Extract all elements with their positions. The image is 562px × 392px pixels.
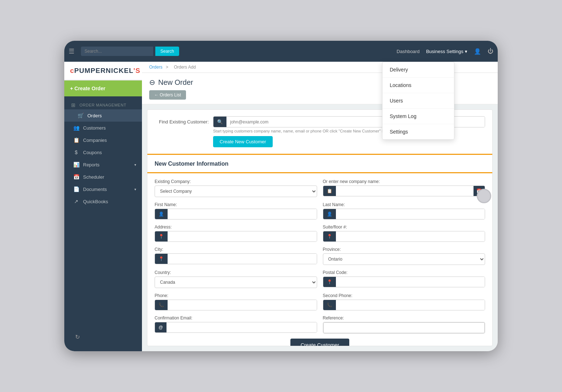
sidebar-item-scheduler[interactable]: 📅 Scheduler [64,171,142,183]
order-management-icon: ⊞ [70,102,77,108]
address-row: Address: 📍 Suite/floor #: 📍 [155,225,485,242]
create-order-button[interactable]: + Create Order [64,80,142,96]
reference-input-wrapper [323,322,485,334]
dashboard-link[interactable]: Dashboard [397,49,420,54]
postal-group: Postal Code: 📍 [323,270,485,288]
city-label: City: [155,247,317,252]
last-name-input[interactable] [336,209,485,219]
company-row: Existing Company: Select Company Or ente… [155,179,485,197]
business-settings-dropdown: Delivery Locations Users System Log Sett… [382,62,454,140]
new-company-label: Or enter new company name: [323,179,485,184]
scroll-button[interactable] [477,189,491,203]
address-icon: 📍 [155,231,168,241]
city-input-wrapper: 📍 [155,253,317,264]
search-button[interactable]: Search [155,47,179,56]
last-name-input-wrapper: 👤 [323,209,485,219]
dropdown-item-locations[interactable]: Locations [382,78,454,93]
city-group: City: 📍 [155,247,317,265]
suite-input-wrapper: 📍 [323,231,485,242]
new-company-input[interactable] [336,186,474,196]
country-postal-row: Country: Canada United States Other Post… [155,270,485,288]
email-reference-row: Confirmation Email: @ Reference: [155,315,485,334]
sidebar-item-coupons[interactable]: $ Coupons [64,146,142,158]
find-customer-section: Find Existing Customer: 🔍 Start typing c… [147,109,493,346]
customers-icon: 👥 [73,125,79,131]
last-name-icon: 👤 [323,209,336,219]
second-phone-input-wrapper: 📞 [323,300,485,310]
name-row: First Name: 👤 Last Name: 👤 [155,202,485,219]
second-phone-group: Second Phone: 📞 [323,293,485,310]
reports-icon: 📊 [73,162,79,167]
search-input[interactable] [81,47,153,56]
find-customer-label: Find Existing Customer: [155,116,209,125]
phone-input-wrapper: 📞 [155,300,317,310]
email-input[interactable] [167,322,316,332]
top-navigation: ☰ Search Dashboard Business Settings ▾ 👤… [64,41,498,62]
reference-group: Reference: [323,315,485,334]
postal-label: Postal Code: [323,270,485,275]
province-select[interactable]: Ontario British Columbia Alberta Quebec … [323,253,485,265]
sidebar-item-reports[interactable]: 📊 Reports ▾ [64,158,142,171]
dropdown-item-users[interactable]: Users [382,93,454,109]
suite-input[interactable] [336,231,485,241]
refresh-icon: ↻ [75,334,80,340]
first-name-group: First Name: 👤 [155,202,317,219]
second-phone-input[interactable] [336,300,485,310]
sidebar-item-quickbooks[interactable]: ↗ QuickBooks [64,195,142,208]
search-box: Search [81,47,207,56]
breadcrumb-separator: > [166,65,168,70]
existing-company-select[interactable]: Select Company [155,186,317,197]
dropdown-item-delivery[interactable]: Delivery [382,62,454,78]
dropdown-item-system-log[interactable]: System Log [382,109,454,124]
email-group: Confirmation Email: @ [155,315,317,334]
create-customer-submit-button[interactable]: Create Customer [290,339,349,346]
country-group: Country: Canada United States Other [155,270,317,288]
sidebar: cPUMPERNICKEL'S + Create Order ⊞ Order M… [64,62,142,351]
second-phone-icon: 📞 [323,300,336,310]
suite-label: Suite/floor #: [323,225,485,230]
phone-input[interactable] [168,300,317,310]
city-input[interactable] [168,254,317,264]
reference-input[interactable] [323,322,485,333]
nav-right: Dashboard Business Settings ▾ 👤 ⏻ [397,48,493,55]
last-name-label: Last Name: [323,202,485,207]
sidebar-item-customers[interactable]: 👥 Customers [64,122,142,134]
reference-label: Reference: [323,315,485,321]
suite-group: Suite/floor #: 📍 [323,225,485,242]
country-select[interactable]: Canada United States Other [155,276,317,288]
power-icon[interactable]: ⏻ [488,48,493,55]
existing-company-group: Existing Company: Select Company [155,179,317,197]
postal-icon: 📍 [323,277,336,287]
business-settings-button[interactable]: Business Settings ▾ [426,49,467,54]
new-customer-section-title: New Customer Information [147,155,492,173]
reports-arrow-icon: ▾ [134,163,136,167]
sidebar-item-documents[interactable]: 📄 Documents ▾ [64,183,142,195]
sidebar-item-orders[interactable]: 🛒 Orders [64,109,142,122]
user-icon[interactable]: 👤 [474,48,481,55]
city-province-row: City: 📍 Province: Ontario Bri [155,247,485,265]
existing-company-label: Existing Company: [155,179,317,184]
dropdown-item-settings[interactable]: Settings [382,124,454,139]
province-group: Province: Ontario British Columbia Alber… [323,247,485,265]
first-name-input[interactable] [168,209,317,219]
phone-row: Phone: 📞 Second Phone: 📞 [155,293,485,310]
scheduler-icon: 📅 [73,174,79,180]
new-customer-form: Existing Company: Select Company Or ente… [147,173,492,346]
create-new-customer-button[interactable]: Create New Customer [213,136,273,147]
second-phone-label: Second Phone: [323,293,485,298]
suite-icon: 📍 [323,231,336,241]
documents-icon: 📄 [73,186,79,192]
city-icon: 📍 [155,254,168,264]
logo: cPUMPERNICKEL'S [70,67,136,75]
sidebar-item-companies[interactable]: 📋 Companies [64,134,142,146]
phone-label: Phone: [155,293,317,298]
last-name-group: Last Name: 👤 [323,202,485,219]
breadcrumb-parent[interactable]: Orders [149,65,163,70]
breadcrumb-current: Orders Add [174,65,196,70]
postal-input[interactable] [336,277,485,287]
sidebar-nav: ⊞ Order Management 🛒 Orders 👥 Customers … [64,96,142,210]
orders-icon: 🛒 [77,113,84,118]
hamburger-menu-icon[interactable]: ☰ [69,47,74,55]
address-input[interactable] [168,231,317,241]
back-to-orders-button[interactable]: ← Orders List [149,90,186,100]
